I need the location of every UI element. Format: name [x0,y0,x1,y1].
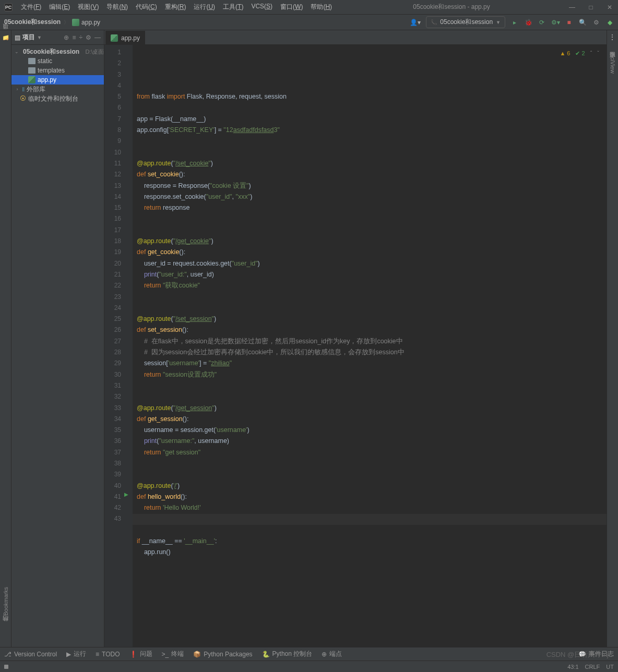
python-file-icon [111,34,118,42]
bookmarks-tool-tab[interactable]: Bookmarks [3,587,9,616]
menu-v[interactable]: 视图(V) [75,1,102,13]
file-encoding[interactable]: UT [606,664,614,670]
bottom-tab[interactable]: ⊕端点 [322,650,342,658]
caret-down-icon: ▼ [496,20,501,25]
bottom-tool-bar: ⎇Version Control▶运行≡TODO❗问题>_终端📦Python P… [0,647,618,661]
debug-icon[interactable]: 🐞 [524,18,532,27]
scratches-consoles[interactable]: ⦿临时文件和控制台 [11,94,104,103]
caret-position[interactable]: 43:1 [567,664,578,670]
bottom-tab[interactable]: 📦Python Packages [193,651,252,658]
line-number-gutter[interactable]: 1234567891011121314151617181920212223242… [104,45,124,647]
project-sidebar: ▤项目▼ ⊕ ≡ ÷ ⚙ — ⌄ 05cookie和session D:\桌面\… [11,30,104,647]
window-title: 05cookie和session - app.py [335,3,568,11]
bottom-tab[interactable]: >_终端 [162,650,184,658]
menu-e[interactable]: 编辑(E) [46,1,73,13]
menu-r[interactable]: 重构(R) [162,1,189,13]
sidebar-title: ▤项目▼ [15,33,42,42]
maximize-button[interactable]: □ [587,4,595,11]
code-editor[interactable]: ▲ 6 ✔ 2 ˆ ˇ from flask import Flask, Res… [133,45,607,647]
user-icon[interactable]: 👤▾ [410,19,421,26]
run-line-icon[interactable]: ▶ [124,491,128,497]
breadcrumbs: 05cookie和session 〉 app.py [4,18,100,27]
project-tree[interactable]: ⌄ 05cookie和session D:\桌面\fla static temp… [11,45,104,647]
right-tool-strip: ⋮ 数据库 SciView [607,30,618,647]
select-opened-icon[interactable]: ⊕ [64,34,69,41]
collapse-all-icon[interactable]: ÷ [79,34,82,41]
editor-tab-app-py[interactable]: app.py [105,31,145,44]
titlebar: PC 文件(F)编辑(E)视图(V)导航(N)代码(C)重构(R)运行(U)工具… [0,0,618,15]
file-app-py[interactable]: app.py [11,75,104,85]
inspections-widget[interactable]: ▲ 6 ✔ 2 ˆ ˇ [560,48,599,59]
menu-h[interactable]: 帮助(H) [307,1,335,13]
left-tool-strip: 📁 项目 Bookmarks 结构 [0,30,11,647]
coverage-icon[interactable]: ⟳ [538,18,546,27]
watermark: CSDN @日听风吟tnj [546,650,609,659]
menu-c[interactable]: 代码(C) [133,1,160,13]
python-file-icon [72,19,79,26]
gutter-icon-strip: ▶ [124,45,133,647]
python-file-icon [28,76,35,83]
bottom-tab[interactable]: ⎇Version Control [4,651,57,658]
stop-icon[interactable]: ■ [565,18,573,27]
library-icon: ⫴ [22,86,25,93]
menu-t[interactable]: 工具(T) [220,1,246,13]
expand-all-icon[interactable]: ≡ [72,34,76,41]
close-button[interactable]: ✕ [605,4,614,11]
menu-f[interactable]: 文件(F) [18,1,44,13]
menu-s[interactable]: VCS(S) [248,1,276,13]
scratch-icon: ⦿ [20,95,26,102]
breadcrumb-project[interactable]: 05cookie和session [4,18,61,27]
phone-icon: 📞 [431,19,437,25]
bottom-tab[interactable]: ▶运行 [66,650,86,658]
external-libraries[interactable]: ›⫴外部库 [11,85,104,94]
search-icon[interactable]: 🔍 [578,18,587,27]
project-root[interactable]: ⌄ 05cookie和session D:\桌面\fla [11,47,104,56]
project-tool-tab[interactable]: 📁 项目 [2,33,9,42]
menu-w[interactable]: 窗口(W) [277,1,306,13]
nav-toolbar: 05cookie和session 〉 app.py 👤▾ 📞 05cookie和… [0,15,618,30]
gear-icon[interactable]: ⚙ [86,34,91,41]
run-config-selector[interactable]: 📞 05cookie和session ▼ [426,16,505,28]
bottom-tab[interactable]: 🐍Python 控制台 [262,650,313,658]
menu-n[interactable]: 导航(N) [103,1,131,13]
profile-icon[interactable]: ⚙▾ [551,18,560,27]
chevron-icon: 〉 [64,19,69,26]
chevron-up-icon[interactable]: ˆ [590,48,592,59]
chevron-down-icon[interactable]: ˇ [597,48,599,59]
editor-area: app.py 123456789101112131415161718192021… [104,30,607,647]
status-indicator-icon[interactable] [4,665,8,669]
hide-icon[interactable]: — [94,34,101,41]
line-separator[interactable]: CRLF [585,664,600,670]
menu-u[interactable]: 运行(U) [191,1,218,13]
sciview-tool-tab[interactable]: SciView [610,53,616,74]
ide-services-icon[interactable]: ◆ [605,18,614,27]
status-bar: 43:1 CRLF UT [0,661,618,672]
main-menu: 文件(F)编辑(E)视图(V)导航(N)代码(C)重构(R)运行(U)工具(T)… [18,1,335,13]
folder-static[interactable]: static [11,56,104,66]
app-logo: PC [4,3,13,11]
bottom-tab[interactable]: ≡TODO [96,651,120,658]
bottom-tab[interactable]: ❗问题 [129,650,152,658]
more-icon[interactable]: ⋮ [609,33,616,41]
folder-templates[interactable]: templates [11,66,104,75]
settings-icon[interactable]: ⚙ [592,18,600,27]
minimize-button[interactable]: — [568,4,576,11]
editor-tabs: app.py [104,30,607,45]
breadcrumb-file[interactable]: app.py [72,19,100,26]
run-icon[interactable]: ▸ [510,18,519,27]
